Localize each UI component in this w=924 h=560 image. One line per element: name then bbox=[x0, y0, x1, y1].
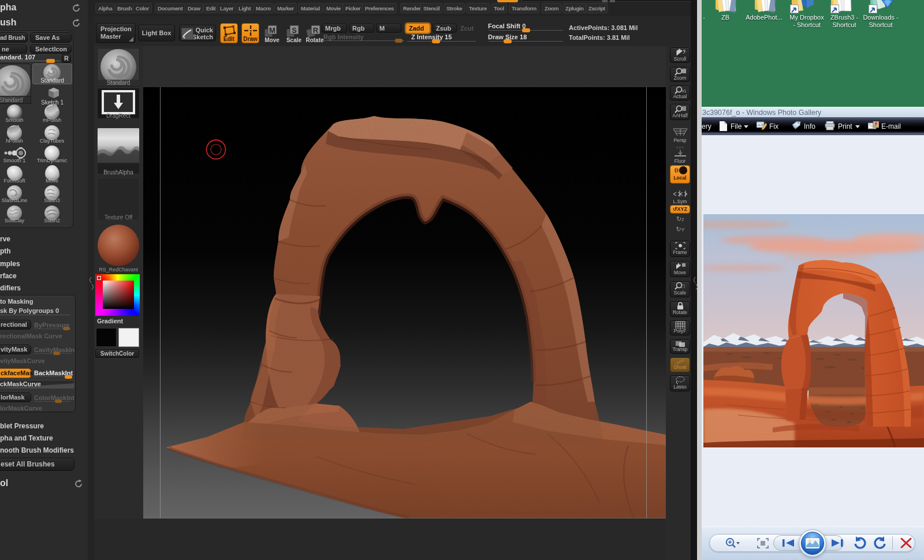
svg-text:M: M bbox=[269, 26, 275, 35]
svg-text:x1: x1 bbox=[682, 89, 687, 93]
svg-text:S: S bbox=[292, 26, 297, 35]
svg-text:R: R bbox=[313, 26, 319, 35]
svg-text:▢: ▢ bbox=[681, 284, 685, 288]
